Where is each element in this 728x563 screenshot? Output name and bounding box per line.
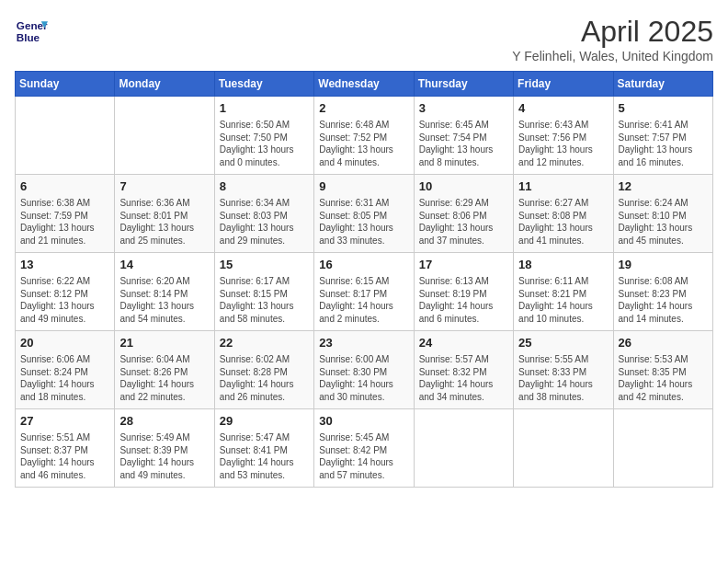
day-number: 26 — [619, 335, 708, 351]
calendar-cell: 5Sunrise: 6:41 AM Sunset: 7:57 PM Daylig… — [613, 97, 712, 175]
day-info: Sunrise: 6:48 AM Sunset: 7:52 PM Dayligh… — [319, 119, 408, 168]
day-number: 19 — [619, 257, 708, 273]
calendar-cell — [613, 409, 712, 488]
header: General Blue April 2025 Y Felinheli, Wal… — [15, 15, 713, 63]
calendar-cell: 11Sunrise: 6:27 AM Sunset: 8:08 PM Dayli… — [514, 175, 613, 253]
day-number: 5 — [619, 100, 708, 117]
calendar-cell: 20Sunrise: 6:06 AM Sunset: 8:24 PM Dayli… — [16, 331, 115, 409]
svg-text:General: General — [17, 19, 48, 31]
logo: General Blue — [15, 15, 48, 48]
calendar-cell: 21Sunrise: 6:04 AM Sunset: 8:26 PM Dayli… — [115, 331, 214, 409]
day-number: 21 — [119, 335, 209, 351]
day-number: 20 — [20, 335, 109, 351]
day-number: 17 — [419, 257, 508, 273]
calendar-cell: 13Sunrise: 6:22 AM Sunset: 8:12 PM Dayli… — [16, 253, 115, 331]
week-row-2: 6Sunrise: 6:38 AM Sunset: 7:59 PM Daylig… — [16, 175, 713, 253]
day-number: 2 — [319, 100, 408, 117]
day-number: 23 — [319, 335, 408, 351]
day-info: Sunrise: 6:45 AM Sunset: 7:54 PM Dayligh… — [419, 119, 508, 168]
calendar-cell: 16Sunrise: 6:15 AM Sunset: 8:17 PM Dayli… — [314, 253, 414, 331]
day-number: 12 — [619, 178, 708, 195]
day-info: Sunrise: 6:11 AM Sunset: 8:21 PM Dayligh… — [518, 275, 608, 325]
calendar-cell: 26Sunrise: 5:53 AM Sunset: 8:35 PM Dayli… — [613, 331, 712, 409]
day-number: 3 — [419, 100, 508, 117]
day-number: 7 — [119, 178, 209, 195]
day-number: 29 — [220, 413, 309, 430]
calendar-cell: 2Sunrise: 6:48 AM Sunset: 7:52 PM Daylig… — [314, 97, 414, 175]
day-number: 11 — [518, 178, 608, 195]
calendar-cell: 6Sunrise: 6:38 AM Sunset: 7:59 PM Daylig… — [16, 175, 115, 253]
day-info: Sunrise: 6:34 AM Sunset: 8:03 PM Dayligh… — [220, 197, 309, 247]
day-info: Sunrise: 5:53 AM Sunset: 8:35 PM Dayligh… — [619, 353, 708, 403]
day-header-thursday: Thursday — [414, 72, 513, 97]
day-info: Sunrise: 6:50 AM Sunset: 7:50 PM Dayligh… — [220, 119, 309, 168]
day-header-sunday: Sunday — [16, 72, 115, 97]
day-info: Sunrise: 6:38 AM Sunset: 7:59 PM Dayligh… — [20, 197, 109, 247]
day-header-tuesday: Tuesday — [214, 72, 313, 97]
day-header-monday: Monday — [115, 72, 214, 97]
day-number: 4 — [518, 100, 608, 117]
day-info: Sunrise: 5:49 AM Sunset: 8:39 PM Dayligh… — [119, 431, 209, 481]
day-info: Sunrise: 6:02 AM Sunset: 8:28 PM Dayligh… — [220, 353, 309, 403]
day-info: Sunrise: 6:04 AM Sunset: 8:26 PM Dayligh… — [119, 353, 209, 403]
day-info: Sunrise: 5:45 AM Sunset: 8:42 PM Dayligh… — [319, 431, 408, 481]
day-info: Sunrise: 5:55 AM Sunset: 8:33 PM Dayligh… — [518, 353, 608, 403]
calendar-cell: 25Sunrise: 5:55 AM Sunset: 8:33 PM Dayli… — [514, 331, 613, 409]
calendar-cell: 3Sunrise: 6:45 AM Sunset: 7:54 PM Daylig… — [414, 97, 513, 175]
calendar-title: April 2025 — [512, 15, 713, 49]
calendar-cell: 27Sunrise: 5:51 AM Sunset: 8:37 PM Dayli… — [16, 409, 115, 488]
title-area: April 2025 Y Felinheli, Wales, United Ki… — [512, 15, 713, 63]
day-info: Sunrise: 6:20 AM Sunset: 8:14 PM Dayligh… — [119, 275, 209, 325]
calendar-cell: 9Sunrise: 6:31 AM Sunset: 8:05 PM Daylig… — [314, 175, 414, 253]
day-header-wednesday: Wednesday — [314, 72, 414, 97]
day-number: 16 — [319, 257, 408, 273]
day-info: Sunrise: 6:43 AM Sunset: 7:56 PM Dayligh… — [518, 119, 608, 168]
calendar-cell: 12Sunrise: 6:24 AM Sunset: 8:10 PM Dayli… — [613, 175, 712, 253]
calendar-cell — [514, 409, 613, 488]
day-info: Sunrise: 6:22 AM Sunset: 8:12 PM Dayligh… — [20, 275, 109, 325]
calendar-cell: 10Sunrise: 6:29 AM Sunset: 8:06 PM Dayli… — [414, 175, 513, 253]
day-info: Sunrise: 6:06 AM Sunset: 8:24 PM Dayligh… — [20, 353, 109, 403]
calendar-cell: 30Sunrise: 5:45 AM Sunset: 8:42 PM Dayli… — [314, 409, 414, 488]
day-number: 13 — [20, 257, 109, 273]
day-number: 25 — [518, 335, 608, 351]
week-row-1: 1Sunrise: 6:50 AM Sunset: 7:50 PM Daylig… — [16, 97, 713, 175]
day-info: Sunrise: 6:08 AM Sunset: 8:23 PM Dayligh… — [619, 275, 708, 325]
days-header-row: SundayMondayTuesdayWednesdayThursdayFrid… — [16, 72, 713, 97]
day-info: Sunrise: 6:24 AM Sunset: 8:10 PM Dayligh… — [619, 197, 708, 247]
day-header-saturday: Saturday — [613, 72, 712, 97]
day-number: 18 — [518, 257, 608, 273]
day-info: Sunrise: 6:31 AM Sunset: 8:05 PM Dayligh… — [319, 197, 408, 247]
day-number: 28 — [119, 413, 209, 430]
day-info: Sunrise: 6:00 AM Sunset: 8:30 PM Dayligh… — [319, 353, 408, 403]
week-row-4: 20Sunrise: 6:06 AM Sunset: 8:24 PM Dayli… — [16, 331, 713, 409]
calendar-cell: 28Sunrise: 5:49 AM Sunset: 8:39 PM Dayli… — [115, 409, 214, 488]
day-info: Sunrise: 6:29 AM Sunset: 8:06 PM Dayligh… — [419, 197, 508, 247]
calendar-cell: 17Sunrise: 6:13 AM Sunset: 8:19 PM Dayli… — [414, 253, 513, 331]
day-number: 6 — [20, 178, 109, 195]
day-number: 8 — [220, 178, 309, 195]
calendar-cell: 19Sunrise: 6:08 AM Sunset: 8:23 PM Dayli… — [613, 253, 712, 331]
day-number: 1 — [220, 100, 309, 117]
calendar-cell: 23Sunrise: 6:00 AM Sunset: 8:30 PM Dayli… — [314, 331, 414, 409]
logo-icon: General Blue — [15, 15, 48, 48]
calendar-cell: 24Sunrise: 5:57 AM Sunset: 8:32 PM Dayli… — [414, 331, 513, 409]
day-info: Sunrise: 5:51 AM Sunset: 8:37 PM Dayligh… — [20, 431, 109, 481]
day-info: Sunrise: 6:15 AM Sunset: 8:17 PM Dayligh… — [319, 275, 408, 325]
day-info: Sunrise: 5:47 AM Sunset: 8:41 PM Dayligh… — [220, 431, 309, 481]
calendar-cell: 29Sunrise: 5:47 AM Sunset: 8:41 PM Dayli… — [214, 409, 313, 488]
calendar-cell: 15Sunrise: 6:17 AM Sunset: 8:15 PM Dayli… — [214, 253, 313, 331]
day-info: Sunrise: 6:36 AM Sunset: 8:01 PM Dayligh… — [119, 197, 209, 247]
day-number: 9 — [319, 178, 408, 195]
calendar-cell: 14Sunrise: 6:20 AM Sunset: 8:14 PM Dayli… — [115, 253, 214, 331]
calendar-cell: 22Sunrise: 6:02 AM Sunset: 8:28 PM Dayli… — [214, 331, 313, 409]
calendar-cell — [16, 97, 115, 175]
day-number: 24 — [419, 335, 508, 351]
calendar-cell — [414, 409, 513, 488]
calendar-table: SundayMondayTuesdayWednesdayThursdayFrid… — [15, 71, 713, 488]
svg-text:Blue: Blue — [17, 31, 40, 43]
day-number: 27 — [20, 413, 109, 430]
day-info: Sunrise: 6:27 AM Sunset: 8:08 PM Dayligh… — [518, 197, 608, 247]
day-info: Sunrise: 6:41 AM Sunset: 7:57 PM Dayligh… — [619, 119, 708, 168]
calendar-cell: 1Sunrise: 6:50 AM Sunset: 7:50 PM Daylig… — [214, 97, 313, 175]
